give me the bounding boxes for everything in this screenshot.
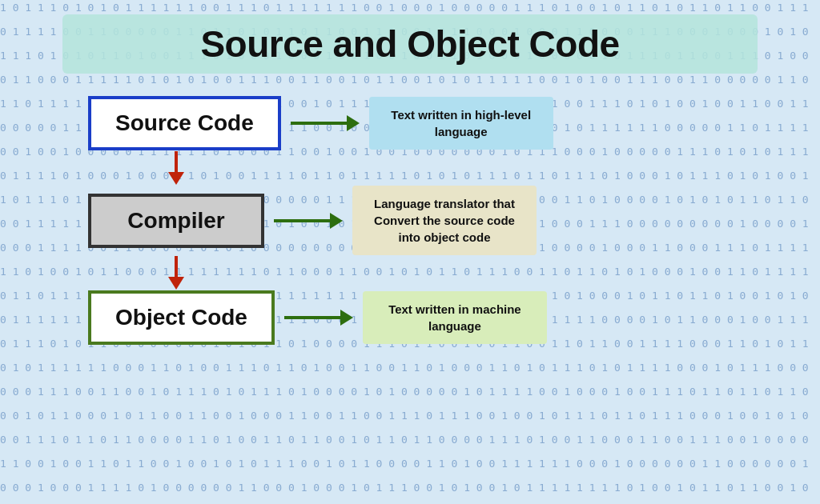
- diagram: Source Code Text written in high-level l…: [24, 96, 796, 345]
- arrow-down-head-2: [168, 277, 184, 290]
- arrow-line: [284, 316, 340, 319]
- compiler-arrow-right: [274, 213, 343, 229]
- arrow-down-line-1: [175, 151, 178, 172]
- compiler-to-object-arrow: [88, 255, 264, 290]
- source-code-box: Source Code: [88, 96, 281, 150]
- arrow-down-head-1: [168, 172, 184, 185]
- source-arrow-right: [291, 115, 360, 131]
- arrow-head: [347, 115, 360, 131]
- object-code-box: Object Code: [88, 290, 275, 345]
- source-row: Source Code Text written in high-level l…: [88, 96, 553, 150]
- arrow-head: [340, 310, 353, 326]
- title-box: Source and Object Code: [62, 14, 758, 74]
- source-to-compiler-arrow: [88, 150, 264, 186]
- compiler-box: Compiler: [88, 194, 264, 248]
- compiler-row: Compiler Language translator that Conver…: [88, 186, 537, 255]
- arrow-head: [330, 213, 343, 229]
- main-content: Source and Object Code Source Code Text …: [0, 0, 820, 504]
- compiler-description: Language translator that Convert the sou…: [352, 186, 537, 255]
- arrow-line: [274, 219, 330, 222]
- object-description: Text written in machine language: [363, 291, 547, 344]
- arrow-line: [291, 122, 347, 125]
- arrow-down-line-2: [175, 256, 178, 277]
- object-arrow-right: [284, 310, 353, 326]
- page-title: Source and Object Code: [94, 22, 726, 66]
- object-row: Object Code Text written in machine lang…: [88, 290, 547, 345]
- source-description: Text written in high-level language: [369, 97, 553, 150]
